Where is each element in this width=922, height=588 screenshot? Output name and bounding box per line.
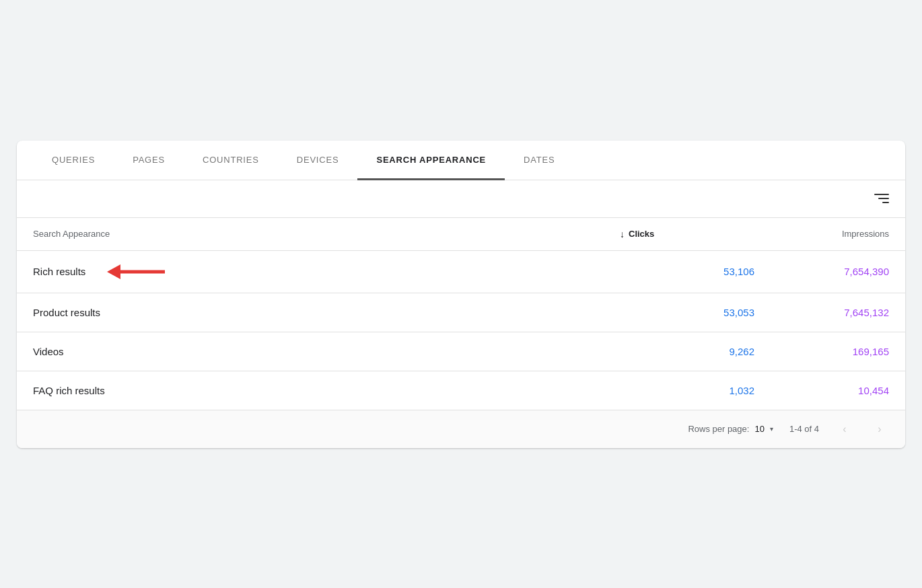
filter-line-2 <box>878 198 889 199</box>
prev-page-button[interactable]: ‹ <box>835 420 854 439</box>
annotation-arrow <box>96 264 177 279</box>
tab-queries[interactable]: QUERIES <box>33 141 114 180</box>
rows-per-page: Rows per page: 10 ▾ <box>688 424 773 434</box>
sort-arrow-icon: ↓ <box>620 229 625 240</box>
pagination-bar: Rows per page: 10 ▾ 1-4 of 4 ‹ › <box>17 410 905 448</box>
row-impressions-2: 169,165 <box>754 346 889 357</box>
col-clicks-header[interactable]: ↓ Clicks <box>620 229 754 240</box>
row-label-0: Rich results <box>33 264 620 279</box>
table-header: Search Appearance ↓ Clicks Impressions <box>17 218 905 251</box>
row-label-1: Product results <box>33 307 620 318</box>
tab-pages[interactable]: PAGES <box>114 141 184 180</box>
table-body: Rich results53,1067,654,390Product resul… <box>17 251 905 410</box>
row-clicks-2: 9,262 <box>620 346 754 357</box>
tab-countries[interactable]: COUNTRIES <box>184 141 278 180</box>
tab-devices[interactable]: DEVICES <box>278 141 358 180</box>
row-impressions-3: 10,454 <box>754 385 889 396</box>
table-row[interactable]: FAQ rich results1,03210,454 <box>17 371 905 410</box>
tab-search-appearance[interactable]: SEARCH APPEARANCE <box>357 141 505 180</box>
col-search-appearance-header: Search Appearance <box>33 229 620 240</box>
filter-line-3 <box>882 202 889 203</box>
table-row[interactable]: Rich results53,1067,654,390 <box>17 251 905 293</box>
row-clicks-1: 53,053 <box>620 307 754 318</box>
tab-dates[interactable]: DATES <box>505 141 573 180</box>
row-label-3: FAQ rich results <box>33 385 620 396</box>
table-row[interactable]: Product results53,0537,645,132 <box>17 293 905 332</box>
rows-per-page-dropdown[interactable]: ▾ <box>770 425 773 433</box>
filter-bar <box>17 180 905 218</box>
tab-bar: QUERIESPAGESCOUNTRIESDEVICESSEARCH APPEA… <box>17 141 905 180</box>
table-row[interactable]: Videos9,262169,165 <box>17 332 905 371</box>
filter-icon[interactable] <box>874 194 889 203</box>
col-impressions-header: Impressions <box>754 229 889 240</box>
rows-per-page-value: 10 <box>754 424 764 434</box>
data-table: Search Appearance ↓ Clicks Impressions R… <box>17 218 905 410</box>
page-info: 1-4 of 4 <box>789 424 819 434</box>
row-impressions-0: 7,654,390 <box>754 266 889 277</box>
row-impressions-1: 7,645,132 <box>754 307 889 318</box>
row-label-2: Videos <box>33 346 620 357</box>
filter-line-1 <box>874 194 889 195</box>
next-page-button[interactable]: › <box>870 420 889 439</box>
row-clicks-0: 53,106 <box>620 266 754 277</box>
rows-per-page-label: Rows per page: <box>688 424 749 434</box>
row-clicks-3: 1,032 <box>620 385 754 396</box>
main-card: QUERIESPAGESCOUNTRIESDEVICESSEARCH APPEA… <box>17 141 905 448</box>
